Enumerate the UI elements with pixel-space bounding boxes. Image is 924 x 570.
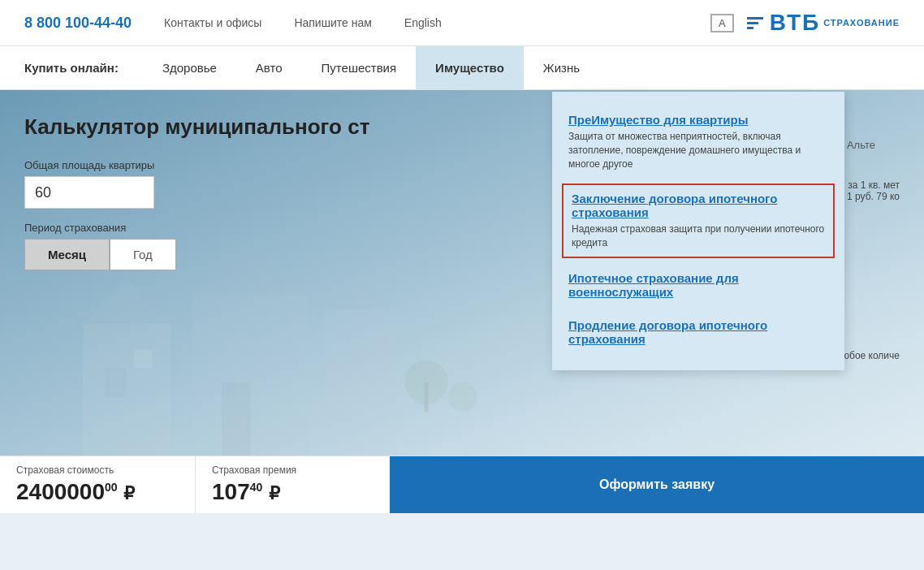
svg-rect-7	[324, 309, 397, 456]
dropdown-item-title-3: Ипотечное страхование для военнослужащих	[568, 271, 828, 299]
period-year-button[interactable]: Год	[110, 239, 176, 270]
contacts-link[interactable]: Контакты и офисы	[164, 16, 261, 29]
submit-button[interactable]: Оформить заявку	[390, 456, 924, 513]
english-link[interactable]: English	[404, 16, 442, 29]
nav-travel[interactable]: Путешествия	[302, 46, 417, 89]
cost-section: Страховая стоимость 240000000 ₽	[0, 456, 195, 513]
vtb-lines-icon	[747, 17, 763, 29]
vtb-line-2	[747, 22, 758, 24]
cost-currency: ₽	[123, 483, 135, 503]
area-label: Общая площадь квартиры	[24, 159, 512, 171]
svg-point-11	[448, 382, 477, 412]
accessibility-button[interactable]: А	[710, 14, 734, 32]
nav-life[interactable]: Жизнь	[524, 46, 599, 89]
cost-value: 240000000 ₽	[16, 479, 179, 505]
nav-items: Здоровье Авто Путешествия Имущество Жизн…	[143, 46, 599, 89]
vtb-line-1	[747, 17, 763, 19]
nav-links: Контакты и офисы Напишите нам English	[164, 16, 678, 29]
svg-rect-6	[222, 382, 251, 456]
calculator-panel: Калькулятор муниципального ст Общая площ…	[0, 90, 536, 270]
period-label: Период страхования	[24, 222, 512, 234]
dropdown-item-title-1: ПреИмущество для квартиры	[568, 113, 828, 127]
svg-marker-8	[324, 273, 397, 309]
cost-sup: 00	[105, 481, 118, 494]
nav-auto[interactable]: Авто	[236, 46, 302, 89]
dropdown-item-renewal[interactable]: Продление договора ипотечного страховани…	[552, 310, 844, 357]
bottom-bar: Страховая стоимость 240000000 ₽ Страхова…	[0, 456, 924, 513]
property-dropdown-menu: ПреИмущество для квартиры Защита от множ…	[552, 92, 844, 370]
svg-rect-2	[105, 368, 127, 397]
cost-number: 2400000	[16, 479, 105, 504]
svg-rect-10	[424, 382, 428, 412]
dropdown-item-desc-1: Защита от множества неприятностей, включ…	[568, 130, 828, 171]
right-info-line2: т 1 руб. 79 ко	[840, 191, 900, 202]
nav-bar: Купить онлайн: Здоровье Авто Путешествия…	[0, 46, 924, 90]
calculator-title: Калькулятор муниципального ст	[24, 114, 512, 140]
premium-currency: ₽	[269, 483, 280, 503]
period-selector: Месяц Год	[24, 239, 512, 270]
dropdown-item-ipoteka[interactable]: Заключение договора ипотечного страхован…	[562, 184, 835, 258]
svg-rect-3	[134, 350, 153, 369]
vtb-line-3	[747, 27, 753, 29]
dropdown-item-desc-2: Надежная страховая защита при получении …	[572, 222, 825, 250]
vtb-logo: ВТБ СТРАХОВАНИЕ	[747, 10, 900, 36]
dropdown-item-title-4: Продление договора ипотечного страховани…	[568, 318, 828, 346]
buy-online-label: Купить онлайн:	[24, 46, 119, 89]
phone-link[interactable]: 8 800 100-44-40	[24, 15, 132, 32]
premium-sup: 40	[250, 481, 263, 494]
write-us-link[interactable]: Напишите нам	[294, 16, 371, 29]
dropdown-item-military[interactable]: Ипотечное страхование для военнослужащих	[552, 263, 844, 310]
premium-section: Страховая премия 10740 ₽	[195, 456, 390, 513]
vtb-logo-text: ВТБ	[770, 10, 820, 36]
period-month-button[interactable]: Месяц	[24, 239, 110, 270]
vtb-insurance-text: СТРАХОВАНИЕ	[823, 18, 900, 28]
top-bar-right: А ВТБ СТРАХОВАНИЕ	[710, 10, 900, 36]
right-info-area: . за 1 кв. мет т 1 руб. 79 ко	[840, 179, 900, 202]
premium-label: Страховая премия	[212, 464, 373, 476]
nav-health[interactable]: Здоровье	[143, 46, 236, 89]
premium-number: 107	[212, 479, 250, 504]
premium-value: 10740 ₽	[212, 479, 373, 505]
dropdown-item-title-2: Заключение договора ипотечного страхован…	[572, 192, 825, 219]
top-bar: 8 800 100-44-40 Контакты и офисы Напишит…	[0, 0, 924, 46]
alt-label: Альте	[847, 139, 875, 151]
svg-marker-1	[83, 280, 171, 324]
right-info-line1: . за 1 кв. мет	[840, 179, 900, 191]
area-input[interactable]	[24, 176, 154, 209]
right-info-line3: любое количе	[836, 350, 900, 361]
nav-property[interactable]: Имущество	[416, 46, 524, 89]
dropdown-item-preimuschestvo[interactable]: ПреИмущество для квартиры Защита от множ…	[552, 105, 844, 179]
cost-label: Страховая стоимость	[16, 464, 179, 476]
